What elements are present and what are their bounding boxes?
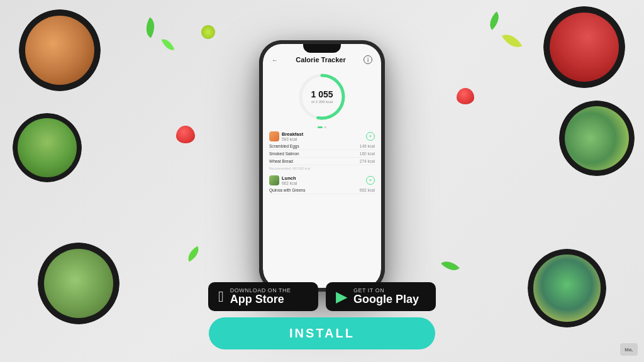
food-item-quinoa: Quinoa with Greens 662 kcal bbox=[269, 187, 375, 194]
lunch-header: Lunch 662 kcal + bbox=[269, 175, 375, 185]
breakfast-header: Breakfast 583 kcal + bbox=[269, 131, 375, 141]
dot-inactive bbox=[325, 126, 326, 128]
food-bowl-6 bbox=[528, 249, 606, 327]
food-item-salmon: Smoked Salmon 160 kcal bbox=[269, 150, 375, 158]
food-bowl-4 bbox=[543, 6, 625, 88]
food-item-bread: Wheat Bread 274 kcal bbox=[269, 158, 375, 165]
bottom-section:  Download on the App Store ▶ GET IT ON … bbox=[165, 282, 479, 349]
lunch-title: Lunch bbox=[282, 175, 297, 181]
back-arrow-icon: ← bbox=[272, 57, 278, 63]
lime-1 bbox=[201, 25, 215, 39]
lunch-section: Lunch 662 kcal + Quinoa with Greens 662 … bbox=[269, 175, 375, 194]
dot-active bbox=[318, 126, 323, 128]
phone-frame: ← Calorie Tracker i 1 055 of 2 200 kcal bbox=[259, 40, 385, 292]
google-play-text: GET IT ON Google Play bbox=[353, 287, 419, 306]
app-store-text: Download on the App Store bbox=[230, 287, 291, 306]
recommended-text: Recommended: 400-500 kcal bbox=[269, 165, 375, 172]
google-play-button[interactable]: ▶ GET IT ON Google Play bbox=[326, 282, 436, 311]
breakfast-kcal: 583 kcal bbox=[282, 137, 303, 141]
breakfast-add-btn[interactable]: + bbox=[366, 132, 375, 141]
info-icon: i bbox=[364, 55, 372, 64]
install-button[interactable]: INSTALL bbox=[209, 317, 435, 349]
breakfast-title-group: Breakfast 583 kcal bbox=[269, 131, 303, 141]
screen-title: Calorie Tracker bbox=[296, 56, 346, 63]
calorie-circle-section: 1 055 of 2 200 kcal bbox=[263, 67, 381, 124]
lunch-kcal: 662 kcal bbox=[282, 181, 297, 185]
calorie-number: 1 055 bbox=[311, 90, 333, 99]
tomato-2 bbox=[457, 88, 474, 104]
play-icon: ▶ bbox=[336, 288, 347, 305]
phone-mockup: ← Calorie Tracker i 1 055 of 2 200 kcal bbox=[259, 40, 385, 292]
dot-indicator bbox=[263, 124, 381, 130]
lunch-title-group: Lunch 662 kcal bbox=[269, 175, 297, 185]
food-list: Breakfast 583 kcal + Scrambled Eggs 149 … bbox=[263, 130, 381, 199]
google-play-line2: Google Play bbox=[353, 293, 419, 306]
watermark: Ma. bbox=[620, 343, 638, 356]
breakfast-title: Breakfast bbox=[282, 131, 303, 137]
breakfast-section: Breakfast 583 kcal + Scrambled Eggs 149 … bbox=[269, 131, 375, 172]
breakfast-icon bbox=[269, 131, 279, 141]
lunch-add-btn[interactable]: + bbox=[366, 176, 375, 185]
calorie-circle: 1 055 of 2 200 kcal bbox=[297, 72, 347, 122]
calorie-total: of 2 200 kcal bbox=[311, 100, 333, 104]
apple-icon:  bbox=[218, 288, 224, 305]
app-store-button[interactable]:  Download on the App Store bbox=[208, 282, 318, 311]
lunch-icon bbox=[269, 175, 279, 185]
phone-screen: ← Calorie Tracker i 1 055 of 2 200 kcal bbox=[263, 44, 381, 288]
food-item-eggs: Scrambled Eggs 149 kcal bbox=[269, 143, 375, 150]
food-bowl-1 bbox=[19, 9, 101, 91]
food-bowl-3 bbox=[38, 243, 119, 324]
food-bowl-5 bbox=[559, 101, 635, 176]
install-label: INSTALL bbox=[289, 326, 355, 340]
app-store-line2: App Store bbox=[230, 293, 291, 306]
food-bowl-2 bbox=[13, 113, 82, 182]
tomato-1 bbox=[176, 126, 195, 143]
phone-notch bbox=[303, 44, 341, 53]
store-buttons:  Download on the App Store ▶ GET IT ON … bbox=[208, 282, 436, 311]
